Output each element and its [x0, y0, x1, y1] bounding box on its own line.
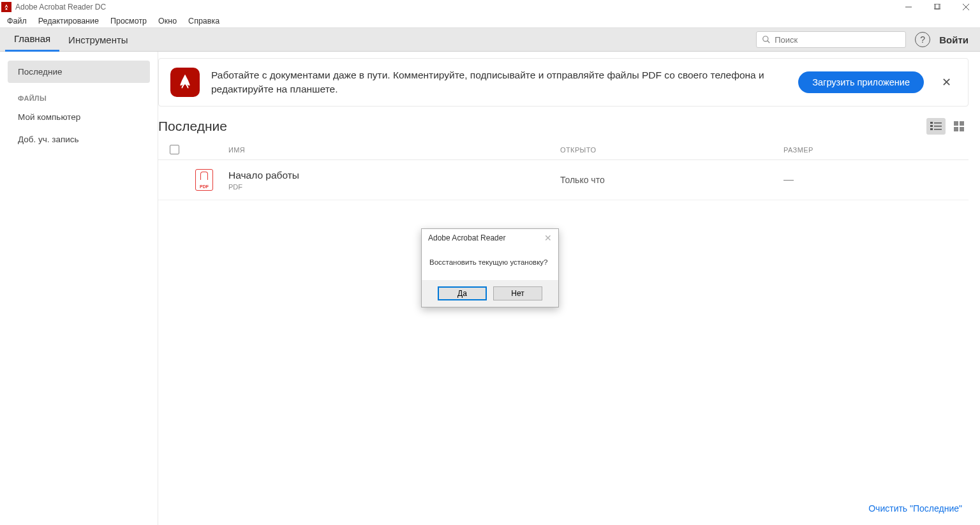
- sidebar-section-files: ФАЙЛЫ: [0, 83, 158, 106]
- help-button[interactable]: ?: [915, 32, 930, 47]
- search-icon: [762, 35, 771, 44]
- login-button[interactable]: Войти: [939, 34, 975, 45]
- app-title: Adobe Acrobat Reader DC: [15, 3, 106, 11]
- sidebar-item-mycomputer[interactable]: Мой компьютер: [0, 106, 158, 128]
- sidebar: Последние ФАЙЛЫ Мой компьютер Доб. уч. з…: [0, 52, 158, 525]
- menubar: Файл Редактирование Просмотр Окно Справк…: [0, 14, 980, 28]
- file-type: PDF: [228, 183, 560, 191]
- svg-point-5: [763, 36, 768, 41]
- file-row[interactable]: PDF Начало работы PDF Только что —: [158, 160, 969, 200]
- search-box[interactable]: [756, 31, 906, 48]
- svg-rect-13: [954, 121, 958, 126]
- menu-edit[interactable]: Редактирование: [33, 15, 105, 27]
- search-input[interactable]: [775, 35, 900, 45]
- select-all-checkbox[interactable]: [170, 145, 179, 154]
- svg-rect-9: [930, 125, 933, 127]
- svg-rect-11: [930, 128, 933, 130]
- file-size: —: [783, 174, 969, 186]
- dialog-yes-button[interactable]: Да: [438, 286, 487, 300]
- view-grid-button[interactable]: [949, 118, 969, 135]
- pdf-file-icon: PDF: [195, 169, 213, 191]
- col-opened[interactable]: ОТКРЫТО: [560, 146, 783, 154]
- toolbar: Главная Инструменты ? Войти: [0, 28, 980, 52]
- banner-text: Работайте с документами даже в пути. Ком…: [211, 68, 785, 96]
- dialog-message: Восстановить текущую установку?: [422, 247, 558, 280]
- minimize-button[interactable]: [894, 0, 923, 14]
- app-icon: [1, 2, 11, 12]
- svg-rect-2: [935, 4, 940, 9]
- dialog-titlebar: Adobe Acrobat Reader ✕: [422, 229, 558, 247]
- file-opened: Только что: [560, 175, 783, 185]
- dialog-title-text: Adobe Acrobat Reader: [428, 233, 505, 242]
- svg-rect-7: [930, 122, 933, 124]
- acrobat-icon: [170, 68, 200, 97]
- promo-banner: Работайте с документами даже в пути. Ком…: [158, 58, 969, 107]
- sidebar-item-addaccount[interactable]: Доб. уч. запись: [0, 128, 158, 151]
- svg-rect-8: [934, 122, 942, 124]
- view-list-button[interactable]: [926, 118, 946, 135]
- dialog-no-button[interactable]: Нет: [493, 286, 542, 300]
- tab-tools[interactable]: Инструменты: [59, 28, 137, 52]
- content: Работайте с документами даже в пути. Ком…: [158, 52, 980, 525]
- svg-rect-14: [960, 121, 964, 126]
- menu-file[interactable]: Файл: [1, 15, 33, 27]
- menu-window[interactable]: Окно: [152, 15, 182, 27]
- svg-rect-1: [934, 4, 939, 9]
- col-size[interactable]: РАЗМЕР: [783, 146, 969, 154]
- menu-view[interactable]: Просмотр: [105, 15, 152, 27]
- sidebar-item-recent[interactable]: Последние: [8, 61, 150, 83]
- recent-title: Последние: [158, 119, 227, 134]
- banner-close-button[interactable]: ✕: [937, 73, 956, 92]
- titlebar: Adobe Acrobat Reader DC: [0, 0, 980, 14]
- menu-help[interactable]: Справка: [182, 15, 225, 27]
- svg-rect-12: [934, 129, 942, 130]
- clear-recent-link[interactable]: Очистить "Последние": [868, 503, 962, 514]
- close-button[interactable]: [951, 0, 980, 14]
- window-controls: [894, 0, 980, 14]
- svg-rect-15: [954, 127, 958, 131]
- file-table-header: ИМЯ ОТКРЫТО РАЗМЕР: [158, 140, 969, 160]
- tab-home[interactable]: Главная: [5, 28, 59, 52]
- recent-header: Последние: [158, 118, 969, 135]
- dialog-close-button[interactable]: ✕: [544, 233, 552, 243]
- maximize-button[interactable]: [923, 0, 951, 14]
- banner-download-button[interactable]: Загрузить приложение: [798, 71, 924, 93]
- svg-rect-16: [960, 127, 964, 131]
- svg-rect-10: [934, 126, 942, 127]
- svg-line-6: [768, 41, 770, 43]
- view-toggle: [926, 118, 969, 135]
- col-name[interactable]: ИМЯ: [197, 146, 560, 154]
- dialog: Adobe Acrobat Reader ✕ Восстановить теку…: [421, 228, 559, 307]
- dialog-buttons: Да Нет: [422, 280, 558, 307]
- file-name: Начало работы: [228, 170, 560, 181]
